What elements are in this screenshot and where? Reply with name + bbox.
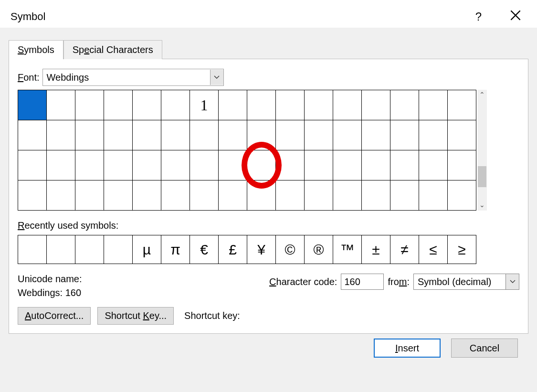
font-input[interactable]: [43, 70, 210, 85]
scroll-up-icon[interactable]: ⌃: [479, 90, 485, 99]
symbol-cell[interactable]: [305, 180, 333, 211]
symbol-cell[interactable]: [219, 90, 247, 120]
symbol-cell[interactable]: [305, 120, 333, 150]
recent-symbols-grid[interactable]: µπ€£¥©®™±≠≤≥: [18, 235, 476, 264]
symbol-cell[interactable]: [161, 120, 190, 150]
autocorrect-button[interactable]: AutoCorrect...: [18, 307, 91, 325]
symbol-cell[interactable]: [333, 180, 362, 211]
symbol-cell[interactable]: [133, 150, 161, 180]
symbol-cell[interactable]: [247, 150, 276, 180]
symbol-cell[interactable]: [47, 150, 75, 180]
symbol-cell[interactable]: [333, 90, 362, 120]
recent-symbol-cell[interactable]: ≥: [448, 235, 476, 264]
symbol-cell[interactable]: [161, 90, 190, 120]
recent-symbol-cell[interactable]: ©: [276, 235, 305, 264]
symbol-cell[interactable]: [305, 90, 333, 120]
close-button[interactable]: [506, 8, 525, 25]
symbol-cell[interactable]: [276, 90, 305, 120]
symbol-cell[interactable]: [247, 90, 276, 120]
symbol-cell[interactable]: [219, 180, 247, 211]
symbol-grid[interactable]: 1: [18, 90, 476, 211]
symbol-cell[interactable]: [419, 150, 448, 180]
symbol-cell[interactable]: [390, 90, 419, 120]
shortcut-key-button[interactable]: Shortcut Key...: [97, 307, 174, 325]
tab-special-characters[interactable]: Special Characters: [63, 40, 162, 59]
symbol-cell[interactable]: [75, 120, 104, 150]
font-dropdown-button[interactable]: [210, 70, 223, 85]
recent-symbol-cell[interactable]: ≠: [390, 235, 419, 264]
symbol-cell[interactable]: [18, 120, 47, 150]
symbol-cell[interactable]: [18, 150, 47, 180]
symbol-cell[interactable]: [390, 180, 419, 211]
symbol-cell[interactable]: [75, 150, 104, 180]
symbol-cell[interactable]: [104, 120, 133, 150]
symbol-cell[interactable]: [362, 120, 390, 150]
insert-button[interactable]: Insert: [374, 339, 441, 358]
symbol-cell[interactable]: [219, 150, 247, 180]
tab-symbols[interactable]: Symbols: [9, 40, 63, 59]
symbol-cell[interactable]: [18, 90, 47, 120]
symbol-cell[interactable]: [47, 90, 75, 120]
symbol-cell[interactable]: [104, 180, 133, 211]
symbol-cell[interactable]: [104, 90, 133, 120]
symbol-scrollbar[interactable]: ⌃ ⌄: [477, 90, 487, 211]
symbol-cell[interactable]: [47, 120, 75, 150]
symbol-cell[interactable]: [362, 150, 390, 180]
recent-symbol-cell[interactable]: [104, 235, 133, 264]
symbol-cell[interactable]: [219, 120, 247, 150]
recent-symbol-cell[interactable]: µ: [133, 235, 161, 264]
symbol-cell[interactable]: [390, 120, 419, 150]
recent-symbol-cell[interactable]: π: [161, 235, 190, 264]
symbol-cell[interactable]: [161, 150, 190, 180]
symbol-cell[interactable]: [190, 150, 219, 180]
symbol-cell[interactable]: [333, 120, 362, 150]
symbol-cell[interactable]: [133, 90, 161, 120]
symbol-cell[interactable]: [190, 180, 219, 211]
symbol-cell[interactable]: [47, 180, 75, 211]
symbol-cell[interactable]: [333, 150, 362, 180]
symbol-cell[interactable]: [448, 150, 476, 180]
help-button[interactable]: ?: [472, 8, 485, 25]
from-select[interactable]: Symbol (decimal): [413, 274, 519, 290]
symbol-cell[interactable]: [448, 120, 476, 150]
symbol-cell[interactable]: [362, 90, 390, 120]
symbol-cell[interactable]: [75, 90, 104, 120]
symbol-cell[interactable]: [75, 180, 104, 211]
symbol-cell[interactable]: [104, 150, 133, 180]
symbol-cell[interactable]: [362, 180, 390, 211]
recent-symbol-cell[interactable]: [18, 235, 47, 264]
cancel-button[interactable]: Cancel: [451, 339, 518, 358]
recent-symbol-cell[interactable]: [75, 235, 104, 264]
symbol-cell[interactable]: [448, 90, 476, 120]
symbol-cell[interactable]: [247, 120, 276, 150]
recent-symbol-cell[interactable]: £: [219, 235, 247, 264]
symbol-cell[interactable]: [390, 150, 419, 180]
scroll-down-icon[interactable]: ⌄: [479, 200, 485, 210]
symbol-cell[interactable]: [419, 180, 448, 211]
symbol-cell[interactable]: [305, 150, 333, 180]
symbol-cell[interactable]: [276, 120, 305, 150]
recent-symbol-cell[interactable]: €: [190, 235, 219, 264]
symbol-cell[interactable]: [133, 120, 161, 150]
symbol-cell[interactable]: [276, 150, 305, 180]
symbol-cell[interactable]: [247, 180, 276, 211]
symbol-cell[interactable]: [419, 120, 448, 150]
font-select[interactable]: [42, 69, 224, 86]
recent-symbol-cell[interactable]: ¥: [247, 235, 276, 264]
symbol-cell[interactable]: [276, 180, 305, 211]
recent-symbol-cell[interactable]: ®: [305, 235, 333, 264]
recent-symbol-cell[interactable]: ±: [362, 235, 390, 264]
symbol-cell[interactable]: [18, 180, 47, 211]
scroll-thumb[interactable]: [478, 166, 486, 187]
recent-symbol-cell[interactable]: [47, 235, 75, 264]
symbol-cell[interactable]: [161, 180, 190, 211]
symbol-cell[interactable]: [133, 180, 161, 211]
from-dropdown-button[interactable]: [505, 274, 519, 289]
character-code-input[interactable]: [341, 274, 384, 290]
symbol-cell[interactable]: [448, 180, 476, 211]
symbol-cell[interactable]: [419, 90, 448, 120]
recent-symbol-cell[interactable]: ≤: [419, 235, 448, 264]
recent-symbol-cell[interactable]: ™: [333, 235, 362, 264]
symbol-cell[interactable]: 1: [190, 90, 219, 120]
symbol-cell[interactable]: [190, 120, 219, 150]
